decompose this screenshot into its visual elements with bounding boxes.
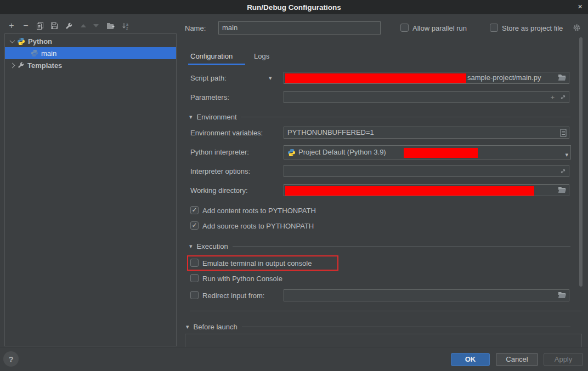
edit-templates-wrench-icon[interactable]: [63, 20, 75, 31]
remove-configuration-button[interactable]: −: [20, 20, 32, 31]
tree-item-templates-group[interactable]: Templates: [5, 59, 176, 71]
svg-text:a: a: [126, 22, 128, 26]
before-launch-section-header[interactable]: ▾ Before launch: [186, 323, 570, 331]
redirect-input-checkbox[interactable]: [190, 291, 199, 299]
add-configuration-button[interactable]: +: [5, 20, 18, 31]
python-interpreter-select[interactable]: Project Default (Python 3.9) ▾: [284, 145, 571, 159]
new-folder-icon[interactable]: [105, 20, 117, 31]
add-source-roots-label: Add source roots to PYTHONPATH: [202, 222, 314, 230]
before-launch-list[interactable]: [185, 334, 582, 347]
expand-field-icon[interactable]: [559, 94, 567, 101]
section-title: Environment: [197, 113, 237, 121]
list-editor-icon[interactable]: [560, 129, 567, 137]
dialog-title: Run/Debug Configurations: [247, 3, 341, 12]
add-content-roots-checkbox[interactable]: ✓: [190, 206, 199, 214]
copy-configuration-icon[interactable]: [34, 20, 46, 31]
emulate-terminal-checkbox[interactable]: [190, 259, 199, 267]
environment-variables-label: Environment variables:: [190, 129, 263, 137]
parameters-input[interactable]: +: [284, 91, 569, 103]
ok-button[interactable]: OK: [451, 353, 490, 366]
check-icon: ✓: [191, 206, 197, 214]
move-up-icon: [77, 20, 89, 31]
allow-parallel-run-label: Allow parallel run: [412, 24, 467, 32]
folder-icon[interactable]: [558, 186, 567, 193]
script-path-label: Script path:: [190, 74, 227, 82]
scrollbar-thumb[interactable]: [579, 37, 583, 287]
python-icon: [31, 49, 38, 57]
tree-item-label: Templates: [27, 61, 62, 70]
python-icon: [17, 37, 25, 45]
content-divider: [190, 311, 581, 311]
folder-icon[interactable]: [558, 292, 567, 299]
interpreter-options-input[interactable]: [284, 165, 569, 177]
close-icon[interactable]: ×: [578, 2, 583, 11]
section-title: Before launch: [194, 323, 238, 331]
interpreter-options-label: Interpreter options:: [190, 167, 250, 175]
add-content-roots-label: Add content roots to PYTHONPATH: [202, 207, 316, 215]
folder-icon[interactable]: [558, 74, 567, 81]
chevron-down-icon[interactable]: ▾: [565, 148, 568, 161]
tree-item-python-group[interactable]: Python: [5, 35, 176, 47]
store-as-project-file-checkbox[interactable]: [490, 24, 498, 32]
configurations-tree: Python main Templates: [4, 33, 177, 346]
tree-item-label: Python: [28, 37, 52, 45]
section-divider: [242, 327, 570, 327]
parameters-label: Parameters:: [190, 93, 229, 101]
title-bar: Run/Debug Configurations ×: [0, 0, 588, 14]
move-down-icon: [90, 20, 102, 31]
section-divider: [233, 246, 570, 247]
working-directory-input[interactable]: [284, 184, 569, 196]
collapse-triangle-icon[interactable]: ▾: [186, 323, 189, 330]
environment-variables-value: PYTHONUNBUFFERED=1: [287, 128, 374, 136]
add-macro-icon[interactable]: +: [550, 92, 555, 103]
execution-section-header[interactable]: ▾ Execution: [189, 242, 570, 250]
chevron-down-icon[interactable]: ▾: [269, 75, 272, 82]
script-path-value: sample-project/main.py: [467, 72, 541, 83]
apply-button[interactable]: Apply: [544, 353, 583, 366]
cancel-button[interactable]: Cancel: [496, 353, 538, 366]
svg-text:z: z: [126, 26, 128, 30]
wrench-icon: [17, 61, 25, 69]
active-tab-underline: [188, 64, 245, 65]
chevron-right-icon[interactable]: [10, 62, 15, 68]
python-icon: [287, 149, 296, 157]
name-value: main: [222, 24, 238, 32]
sort-configurations-icon[interactable]: az: [120, 20, 132, 31]
redacted-region: [285, 73, 466, 83]
name-label: Name:: [185, 24, 206, 32]
run-with-python-console-label: Run with Python Console: [202, 275, 282, 283]
script-path-input[interactable]: sample-project/main.py: [284, 72, 569, 84]
environment-variables-input[interactable]: PYTHONUNBUFFERED=1: [284, 127, 569, 139]
add-source-roots-checkbox[interactable]: ✓: [190, 221, 199, 230]
redacted-region: [404, 148, 478, 158]
chevron-down-icon[interactable]: [10, 38, 15, 43]
name-input[interactable]: main: [218, 21, 381, 35]
run-with-python-console-checkbox[interactable]: [190, 274, 199, 282]
tab-configuration[interactable]: Configuration: [190, 52, 233, 60]
python-interpreter-label: Python interpreter:: [190, 148, 249, 156]
tree-item-main-selected[interactable]: main: [5, 47, 176, 59]
python-interpreter-value: Project Default (Python 3.9): [298, 146, 386, 159]
check-icon: ✓: [191, 221, 197, 229]
save-configuration-icon[interactable]: [48, 20, 60, 31]
collapse-triangle-icon[interactable]: ▾: [189, 113, 193, 121]
section-title: Execution: [197, 242, 228, 250]
environment-section-header[interactable]: ▾ Environment: [189, 113, 570, 121]
store-as-project-file-label: Store as project file: [502, 24, 563, 32]
section-divider: [241, 117, 570, 117]
expand-field-icon[interactable]: [559, 168, 567, 175]
run-debug-configurations-dialog: Run/Debug Configurations × + − az Python…: [0, 0, 588, 371]
redirect-input-label: Redirect input from:: [202, 292, 264, 300]
redirect-input-field[interactable]: [284, 289, 569, 301]
tab-logs[interactable]: Logs: [254, 52, 269, 60]
scrollbar[interactable]: [579, 34, 583, 308]
allow-parallel-run-checkbox[interactable]: [400, 24, 409, 32]
collapse-triangle-icon[interactable]: ▾: [189, 243, 193, 250]
working-directory-label: Working directory:: [190, 186, 248, 195]
footer-divider: [0, 347, 588, 347]
gear-icon[interactable]: [573, 24, 581, 32]
help-button[interactable]: ?: [3, 351, 19, 367]
redacted-region: [285, 186, 534, 196]
tree-item-label: main: [41, 49, 56, 58]
emulate-terminal-label: Emulate terminal in output console: [202, 259, 312, 267]
